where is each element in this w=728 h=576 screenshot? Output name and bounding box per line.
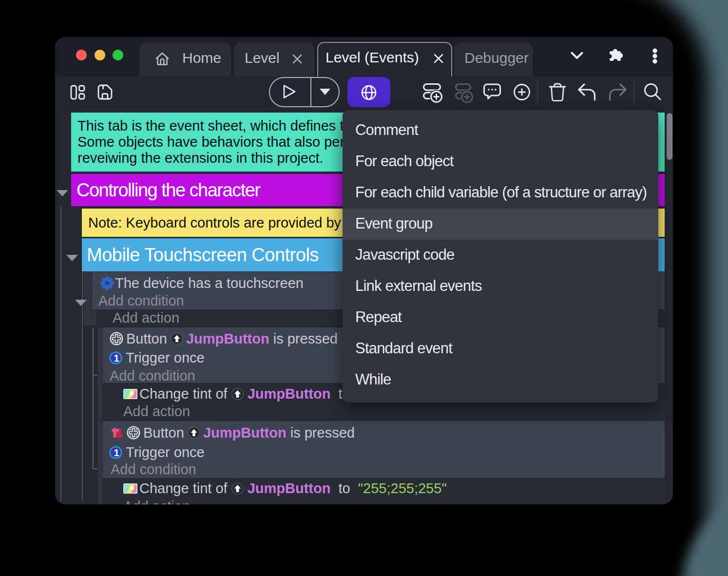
svg-text:1: 1 (114, 447, 119, 458)
svg-text:1: 1 (114, 352, 119, 363)
